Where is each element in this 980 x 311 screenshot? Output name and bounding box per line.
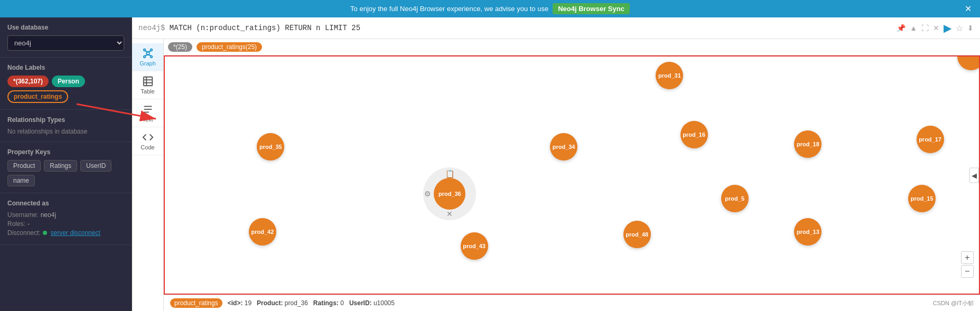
node-prod48[interactable]: prod_48: [623, 221, 651, 248]
db-title: Use database: [7, 24, 124, 31]
query-prompt: neo4j$: [138, 24, 165, 32]
star-icon[interactable]: ☆: [956, 23, 963, 33]
center-node[interactable]: 📋 ⚙ ✕ prod_36: [423, 167, 476, 220]
prop-key-badges: Product Ratings UserID name: [7, 160, 124, 186]
status-bar: product_ratings <id>: 19 Product: prod_3…: [164, 295, 980, 311]
status-product: Product: prod_36: [257, 299, 308, 307]
code-label: Code: [141, 144, 154, 150]
prop-product[interactable]: Product: [7, 160, 41, 172]
sidebar: Use database neo4j Node Labels *(362,107…: [0, 17, 132, 311]
view-toolbar: Graph Table: [132, 39, 164, 311]
zoom-out-button[interactable]: −: [961, 265, 974, 278]
pin-icon[interactable]: 📌: [897, 24, 906, 32]
rel-empty-text: No relationships in database: [7, 128, 124, 135]
node-labels-section: Node Labels *(362,107) Person product_ra…: [0, 58, 132, 110]
svg-rect-9: [143, 77, 152, 86]
status-id: <id>: 19: [228, 299, 251, 307]
node-prod17[interactable]: prod_17: [917, 126, 944, 153]
query-bar: neo4j$ MATCH (n:product_ratings) RETURN …: [132, 17, 980, 39]
roles-value: -: [27, 220, 30, 228]
node-prod5[interactable]: prod_5: [721, 185, 749, 212]
main-layout: Use database neo4j Node Labels *(362,107…: [0, 17, 980, 311]
status-userid: UserID: u10005: [349, 299, 395, 307]
query-text: neo4j$ MATCH (n:product_ratings) RETURN …: [138, 24, 360, 32]
query-body: MATCH (n:product_ratings) RETURN n LIMIT…: [170, 24, 360, 32]
result-tags: *(25) product_ratings(25): [164, 39, 980, 55]
tag-all[interactable]: *(25): [168, 42, 192, 52]
panel-controls: 📌 ▲ ⛶ ✕ ▶ ☆ ⬇: [897, 22, 974, 34]
username-row: Username: neo4j: [7, 211, 124, 219]
node-prod18[interactable]: prod_18: [794, 130, 822, 158]
graph-icon: [142, 48, 154, 59]
disconnect-link[interactable]: server disconnect: [51, 229, 100, 237]
node-label-badges: *(362,107) Person product_ratings: [7, 76, 124, 103]
prop-ratings[interactable]: Ratings: [44, 160, 77, 172]
node-ring: 📋 ⚙ ✕ prod_36: [423, 167, 476, 220]
close-result-icon[interactable]: ✕: [933, 24, 939, 32]
notif-message: To enjoy the full Neo4j Browser experien…: [350, 5, 548, 13]
chevron-up-icon[interactable]: ▲: [910, 24, 917, 32]
node-prod36[interactable]: prod_36: [434, 178, 465, 210]
ring-icon-left: ⚙: [424, 190, 431, 198]
close-icon[interactable]: ✕: [965, 4, 972, 14]
disconnect-icon: [43, 229, 49, 237]
disconnect-label: Disconnect:: [7, 229, 41, 237]
table-view-button[interactable]: Table: [132, 71, 163, 99]
node-prod15[interactable]: prod_15: [908, 185, 936, 212]
prop-keys-section: Property Keys Product Ratings UserID nam…: [0, 142, 132, 193]
prop-keys-title: Property Keys: [7, 148, 124, 156]
ring-icon-bottom: ✕: [446, 210, 453, 218]
prop-userid[interactable]: UserID: [80, 160, 111, 172]
result-area: Graph Table: [132, 39, 980, 311]
connected-info: Username: neo4j Roles: - Disconnect: ser…: [7, 211, 124, 237]
node-prod16[interactable]: prod_16: [680, 121, 708, 148]
label-product-ratings[interactable]: product_ratings: [7, 90, 68, 103]
play-button[interactable]: ▶: [944, 22, 951, 34]
node-prod43[interactable]: prod_43: [461, 232, 488, 260]
download-icon[interactable]: ⬇: [967, 24, 974, 32]
node-prod35[interactable]: prod_35: [257, 133, 284, 161]
rel-types-title: Relationship Types: [7, 116, 124, 124]
content-area: neo4j$ MATCH (n:product_ratings) RETURN …: [132, 17, 980, 311]
status-ratings: Ratings: 0: [313, 299, 344, 307]
graph-label: Graph: [139, 60, 156, 67]
graph-canvas[interactable]: prod_31 prod_35 prod_34 prod_16 prod_18 …: [164, 55, 980, 295]
prop-name[interactable]: name: [7, 175, 35, 186]
text-view-button[interactable]: Text: [132, 99, 163, 127]
node-prod34[interactable]: prod_34: [550, 133, 577, 161]
node-prod13[interactable]: prod_13: [794, 218, 822, 246]
status-label-tag[interactable]: product_ratings: [170, 298, 222, 308]
label-person[interactable]: Person: [52, 76, 85, 87]
collapse-panel-button[interactable]: ◀: [969, 167, 979, 183]
disconnect-row: Disconnect: server disconnect: [7, 229, 124, 237]
ring-icon-top: 📋: [445, 169, 454, 178]
svg-point-0: [146, 52, 150, 55]
credits: CSDN @IT小郁: [933, 299, 974, 307]
node-partial-tr[interactable]: [957, 55, 980, 70]
node-labels-title: Node Labels: [7, 64, 124, 71]
tag-product-ratings[interactable]: product_ratings(25): [197, 42, 262, 52]
svg-line-7: [144, 55, 147, 56]
svg-line-8: [148, 55, 151, 56]
notification-bar: To enjoy the full Neo4j Browser experien…: [0, 0, 980, 17]
node-prod31[interactable]: prod_31: [656, 62, 683, 89]
db-select[interactable]: neo4j: [7, 35, 124, 51]
node-prod42[interactable]: prod_42: [249, 218, 276, 246]
expand-icon[interactable]: ⛶: [921, 24, 929, 32]
svg-line-6: [148, 51, 151, 52]
db-section: Use database neo4j: [0, 17, 132, 58]
table-icon: [142, 76, 154, 87]
connected-section: Connected as Username: neo4j Roles: - Di…: [0, 193, 132, 245]
code-icon: [142, 131, 154, 143]
graph-view-button[interactable]: Graph: [132, 43, 163, 71]
roles-row: Roles: -: [7, 220, 124, 228]
label-all[interactable]: *(362,107): [7, 76, 49, 87]
sync-button[interactable]: Neo4j Browser Sync: [553, 3, 630, 14]
text-icon: [142, 103, 154, 115]
username-label: Username:: [7, 211, 39, 219]
username-value: neo4j: [41, 211, 56, 219]
connected-title: Connected as: [7, 200, 124, 207]
code-view-button[interactable]: Code: [132, 127, 163, 155]
text-label: Text: [142, 116, 153, 122]
zoom-in-button[interactable]: +: [961, 251, 974, 264]
